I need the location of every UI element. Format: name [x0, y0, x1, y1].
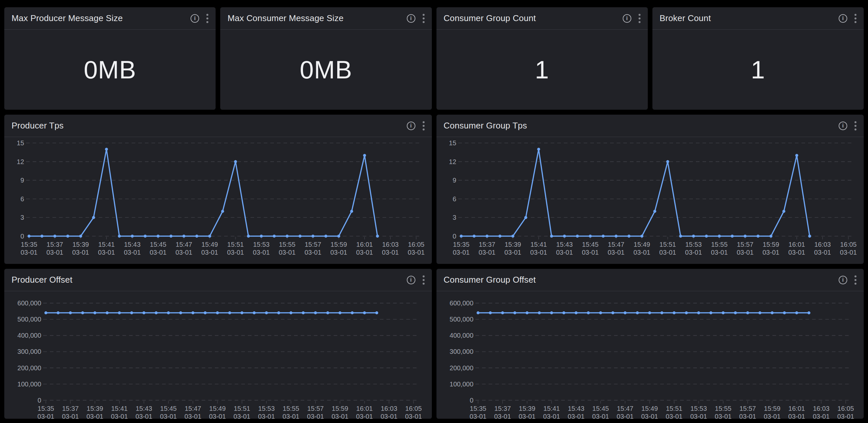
series-point: [350, 210, 353, 213]
y-axis-tick-label: 12: [449, 158, 456, 165]
y-axis-tick-label: 15: [17, 139, 24, 147]
x-axis-tick-label-date: 03-01: [332, 413, 348, 419]
panel-title: Consumer Group Count: [444, 13, 536, 23]
timeseries-chart[interactable]: 0100,000200,000300,000400,000500,000600,…: [436, 291, 864, 419]
series-point: [240, 311, 243, 314]
x-axis-tick-label-date: 03-01: [582, 249, 598, 256]
timeseries-chart[interactable]: 0369121515:3503-0115:3703-0115:3903-0115…: [436, 137, 864, 264]
series-point: [576, 234, 579, 237]
series-point: [40, 234, 43, 237]
x-axis-tick-label-date: 03-01: [405, 413, 422, 419]
series-point: [312, 234, 314, 237]
series-point: [718, 234, 721, 237]
series-point: [228, 311, 231, 314]
panel-title: Producer Tps: [11, 121, 64, 131]
timeseries-chart[interactable]: 0369121515:3503-0115:3703-0115:3903-0115…: [4, 137, 432, 264]
x-axis-tick-label-time: 15:57: [739, 405, 755, 412]
kebab-menu-icon[interactable]: [854, 121, 857, 131]
panel-consumer-group-count: Consumer Group Count i 1: [436, 7, 648, 110]
info-icon[interactable]: i: [839, 14, 847, 23]
x-axis-tick-label-time: 15:39: [519, 405, 535, 412]
kebab-menu-icon[interactable]: [854, 13, 857, 24]
series-point: [524, 216, 527, 219]
stat-value: 1: [652, 30, 864, 110]
series-point: [93, 311, 96, 314]
series-point: [734, 311, 737, 314]
y-axis-tick-label: 6: [452, 195, 456, 203]
series-point: [44, 311, 48, 314]
x-axis-tick-label-date: 03-01: [380, 413, 397, 419]
x-axis-tick-label-date: 03-01: [382, 249, 399, 256]
series-point: [679, 234, 682, 237]
x-axis-tick-label-time: 15:59: [763, 241, 779, 248]
x-axis-tick-label-time: 16:01: [356, 241, 373, 248]
x-axis-tick-label-time: 15:41: [111, 405, 128, 412]
x-axis-tick-label-time: 16:05: [405, 405, 422, 412]
panel-title: Consumer Group Tps: [444, 121, 527, 131]
y-axis-tick-label: 100,000: [18, 381, 41, 388]
x-axis-tick-label-date: 03-01: [764, 413, 780, 419]
series-point: [601, 234, 604, 237]
info-icon[interactable]: i: [839, 276, 847, 284]
x-axis-tick-label-time: 15:41: [98, 241, 115, 248]
x-axis-tick-label-date: 03-01: [227, 249, 244, 256]
series-point: [808, 234, 811, 237]
series-point: [783, 311, 785, 314]
x-axis-tick-label-time: 15:47: [176, 241, 192, 248]
x-axis-tick-label-time: 15:53: [253, 241, 270, 248]
series-point: [337, 234, 340, 237]
series-point: [182, 234, 185, 237]
y-axis-tick-label: 600,000: [449, 299, 473, 307]
timeseries-chart[interactable]: 0100,000200,000300,000400,000500,000600,…: [4, 291, 432, 419]
info-icon[interactable]: i: [190, 14, 199, 23]
x-axis-tick-label-time: 16:05: [408, 241, 424, 248]
series-point: [118, 234, 121, 237]
x-axis-tick-label-time: 15:53: [685, 241, 702, 248]
kebab-menu-icon[interactable]: [422, 13, 425, 24]
series-point: [260, 234, 263, 237]
x-axis-tick-label-time: 15:45: [160, 405, 177, 412]
x-axis-tick-label-date: 03-01: [685, 249, 702, 256]
series-point: [623, 311, 626, 314]
x-axis-tick-label-time: 16:01: [356, 405, 373, 412]
series-point: [562, 311, 565, 314]
series-point: [299, 234, 302, 237]
x-axis-tick-label-date: 03-01: [711, 249, 727, 256]
series-point: [746, 311, 749, 314]
info-icon[interactable]: i: [623, 14, 631, 23]
x-axis-tick-label-date: 03-01: [814, 249, 831, 256]
kebab-menu-icon[interactable]: [422, 275, 425, 285]
info-icon[interactable]: i: [407, 122, 415, 130]
x-axis-tick-label-date: 03-01: [46, 249, 63, 256]
info-icon[interactable]: i: [839, 122, 847, 130]
panel-consumer-group-offset: Consumer Group Offset i 0100,000200,0003…: [436, 269, 864, 419]
x-axis-tick-label-time: 15:59: [764, 405, 780, 412]
panel-title: Broker Count: [660, 13, 711, 23]
series-point: [648, 311, 651, 314]
kebab-menu-icon[interactable]: [422, 121, 425, 131]
kebab-menu-icon[interactable]: [638, 13, 641, 24]
x-axis-tick-label-time: 15:37: [46, 241, 63, 248]
series-point: [92, 216, 95, 219]
x-axis-tick-label-time: 15:49: [209, 405, 226, 412]
info-icon[interactable]: i: [407, 14, 415, 23]
x-axis-tick-label-time: 15:37: [62, 405, 79, 412]
series-point: [795, 311, 798, 314]
series-point: [550, 234, 553, 237]
series-point: [697, 311, 700, 314]
x-axis-tick-label-date: 03-01: [453, 249, 469, 256]
kebab-menu-icon[interactable]: [206, 13, 209, 24]
series-point: [28, 234, 31, 237]
x-axis-tick-label-time: 15:35: [38, 405, 54, 412]
x-axis-tick-label-date: 03-01: [160, 413, 177, 419]
series-point: [81, 311, 84, 314]
kebab-menu-icon[interactable]: [854, 275, 857, 285]
panel-header-icons: i: [839, 121, 857, 131]
series-point: [525, 311, 528, 314]
series-point: [144, 234, 147, 237]
series-point: [807, 311, 810, 314]
x-axis-tick-label-date: 03-01: [556, 249, 572, 256]
info-icon[interactable]: i: [407, 276, 415, 284]
x-axis-tick-label-date: 03-01: [737, 249, 753, 256]
series-point: [743, 234, 746, 237]
